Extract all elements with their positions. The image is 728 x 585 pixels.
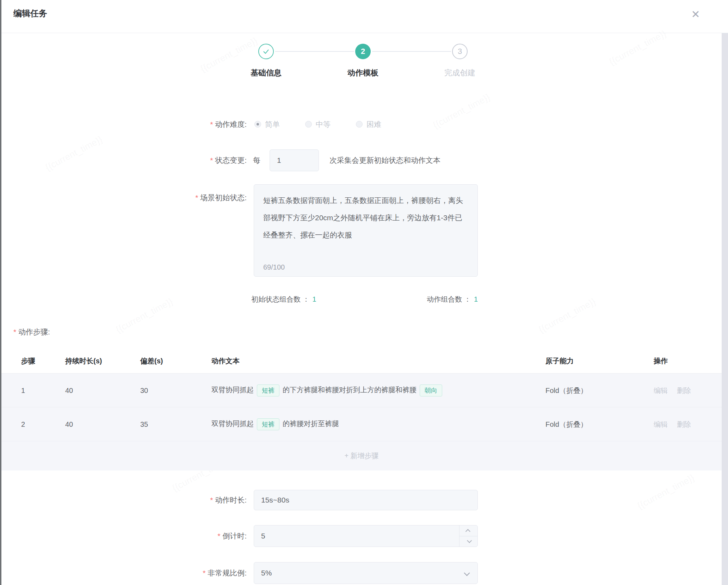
delete-button[interactable]: 删除 [677, 420, 691, 428]
action-combo-label: 动作组合数 ： [427, 295, 471, 303]
cell-step: 1 [21, 386, 25, 394]
scene-initial-row: 场景初始状态: 短裤五条数据背面朝上，五条数据正面朝上，裤腰朝右，离头部视野下方… [0, 184, 728, 277]
cell-operations: 编辑删除 [654, 386, 700, 395]
header-ability: 原子能力 [545, 356, 574, 365]
watermark: {{current_time}} [607, 28, 668, 68]
duration-row: 动作时长: [0, 490, 728, 510]
cell-action-text: 双臂协同抓起短裤的裤腰对折至裤腿 [211, 418, 545, 430]
initial-combo-label: 初始状态组合数 ： [251, 295, 310, 303]
cell-ability: Fold（折叠） [545, 386, 587, 395]
scene-initial-label: 场景初始状态: [0, 184, 247, 203]
countdown-number-input [254, 525, 478, 547]
difficulty-row: 动作难度: 简单 中等 困难 [0, 116, 728, 132]
table-header: 步骤 持续时长(s) 偏差(s) 动作文本 原子能力 操作 [1, 348, 722, 374]
duration-input[interactable] [254, 490, 478, 510]
decrement-button[interactable] [459, 536, 477, 547]
radio-easy[interactable]: 简单 [254, 119, 280, 129]
scene-initial-value: 短裤五条数据背面朝上，五条数据正面朝上，裤腰朝右，离头部视野下方至少20cm之外… [254, 185, 477, 244]
action-text-segment: 双臂协同抓起 [211, 386, 254, 394]
orientation-tag: 朝向 [420, 384, 442, 396]
cell-operations: 编辑删除 [654, 419, 700, 429]
header-deviation: 偏差(s) [140, 356, 163, 365]
duration-label: 动作时长: [0, 495, 247, 505]
number-spinner [459, 525, 477, 547]
header-action-text: 动作文本 [211, 356, 545, 365]
radio-label: 简单 [265, 119, 280, 129]
difficulty-radio-group: 简单 中等 困难 [254, 119, 381, 129]
watermark: {{current_time}} [114, 296, 175, 335]
cell-duration: 40 [65, 386, 73, 394]
state-change-label: 状态变更: [0, 155, 247, 165]
combo-counts: 初始状态组合数 ：1 动作组合数 ：1 [251, 295, 478, 304]
action-text-segment: 双臂协同抓起 [211, 420, 254, 427]
table-row: 2 40 35 双臂协同抓起短裤的裤腰对折至裤腿 Fold（折叠） 编辑删除 [1, 407, 722, 441]
unusual-ratio-value: 5% [261, 569, 272, 577]
dialog-title: 编辑任务 [13, 8, 47, 19]
initial-combo: 初始状态组合数 ：1 [251, 295, 316, 304]
step-1-indicator [258, 44, 274, 59]
countdown-label: 倒计时: [0, 531, 247, 541]
action-steps-label: 动作步骤: [13, 327, 50, 337]
action-text-segment: 的下方裤腿和裤腰对折到上方的裤腿和裤腰 [283, 386, 417, 394]
countdown-row: 倒计时: [0, 525, 728, 547]
edit-button[interactable]: 编辑 [654, 386, 668, 394]
step-number: 2 [361, 47, 365, 56]
state-change-prefix: 每 [253, 155, 260, 165]
difficulty-label: 动作难度: [0, 119, 247, 129]
header-duration: 持续时长(s) [65, 356, 102, 365]
cell-deviation: 35 [140, 420, 148, 428]
step-2-indicator: 2 [355, 44, 371, 59]
step-2-label: 动作模板 [324, 68, 402, 78]
add-step-button[interactable]: + 新增步骤 [1, 441, 722, 470]
chevron-up-icon [465, 529, 470, 534]
action-text-segment: 的裤腰对折至裤腿 [283, 420, 339, 427]
radio-circle [305, 121, 312, 128]
add-step-label: + 新增步骤 [344, 451, 378, 461]
cell-ability: Fold（折叠） [545, 419, 587, 429]
radio-medium[interactable]: 中等 [305, 119, 331, 129]
header-step: 步骤 [21, 356, 35, 365]
state-change-suffix: 次采集会更新初始状态和动作文本 [329, 155, 440, 165]
action-combo-value: 1 [474, 295, 478, 303]
scene-initial-textarea[interactable]: 短裤五条数据背面朝上，五条数据正面朝上，裤腰朝右，离头部视野下方至少20cm之外… [254, 184, 478, 277]
cell-deviation: 30 [140, 386, 148, 394]
unusual-ratio-row: 非常规比例: 5% [0, 562, 728, 584]
delete-button[interactable]: 删除 [677, 386, 691, 394]
radio-circle [356, 121, 363, 128]
stepper-connector [372, 51, 451, 52]
table-row: 1 40 30 双臂协同抓起短裤的下方裤腿和裤腰对折到上方的裤腿和裤腰朝向 Fo… [1, 374, 722, 407]
increment-button[interactable] [459, 525, 477, 536]
radio-circle [254, 121, 261, 128]
stepper-connector [275, 51, 354, 52]
countdown-input[interactable] [254, 525, 478, 547]
initial-combo-value: 1 [313, 295, 316, 303]
steps-table: 步骤 持续时长(s) 偏差(s) 动作文本 原子能力 操作 1 40 30 双臂… [1, 348, 722, 470]
cell-duration: 40 [65, 420, 73, 428]
step-3-label: 完成创建 [421, 68, 499, 78]
edit-button[interactable]: 编辑 [654, 420, 668, 428]
edit-task-dialog: {{current_time}} {{current_time}} {{curr… [0, 0, 728, 585]
char-counter: 69/100 [263, 263, 285, 271]
unusual-ratio-label: 非常规比例: [0, 568, 247, 578]
chevron-down-icon [464, 570, 470, 576]
header-divider [1, 33, 728, 33]
object-tag: 短裤 [257, 418, 279, 430]
page-left-edge [0, 0, 1, 585]
scrollbar[interactable] [722, 33, 728, 585]
header-operations: 操作 [654, 356, 668, 365]
radio-label: 中等 [316, 119, 331, 129]
chevron-down-icon [467, 538, 472, 543]
action-combo: 动作组合数 ：1 [427, 295, 478, 304]
cell-action-text: 双臂协同抓起短裤的下方裤腿和裤腰对折到上方的裤腿和裤腰朝向 [211, 384, 545, 396]
cell-step: 2 [21, 420, 25, 428]
state-change-input[interactable] [270, 149, 319, 171]
close-button[interactable]: ✕ [688, 6, 703, 22]
state-change-row: 状态变更: 每 次采集会更新初始状态和动作文本 [0, 149, 728, 171]
check-icon [261, 47, 271, 56]
unusual-ratio-select[interactable]: 5% [254, 562, 478, 584]
step-1-label: 基础信息 [227, 68, 305, 78]
watermark: {{current_time}} [537, 296, 598, 335]
object-tag: 短裤 [257, 384, 279, 396]
radio-label: 困难 [366, 119, 381, 129]
radio-hard[interactable]: 困难 [356, 119, 381, 129]
